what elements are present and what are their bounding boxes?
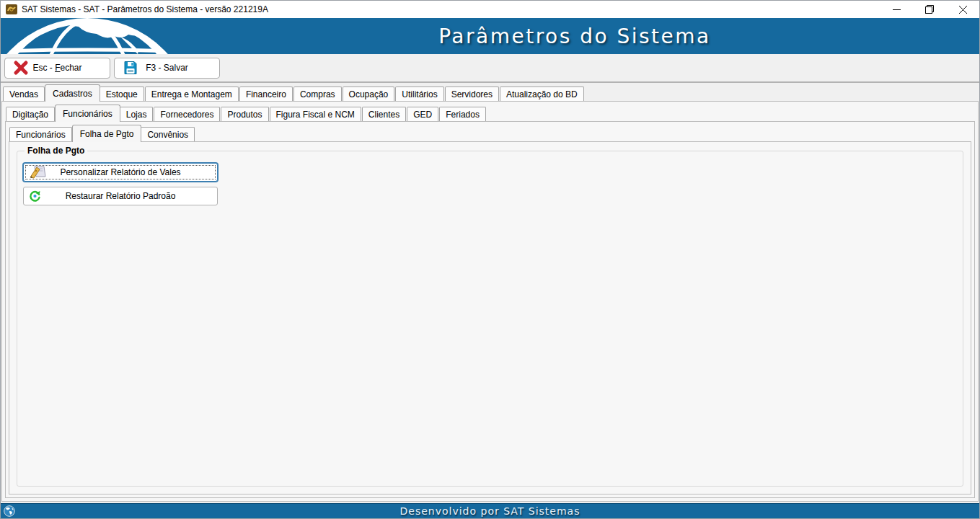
- window-controls: [880, 1, 979, 18]
- tab-page-cadastros: DigitaçãoFuncionáriosLojasFornecedoresPr…: [1, 101, 979, 502]
- app-header: Parâmetros do Sistema: [1, 18, 979, 54]
- restaurar-label: Restaurar Relatório Padroão: [66, 191, 176, 201]
- red-x-icon: [13, 60, 29, 76]
- close-button[interactable]: [946, 1, 979, 18]
- tab-fornecedores[interactable]: Fornecedores: [154, 107, 220, 121]
- window-title: SAT Sistemas - SAT - Parâmetros do Siste…: [22, 4, 268, 14]
- tab-lojas[interactable]: Lojas: [120, 107, 154, 121]
- app-window: SAT Sistemas - SAT - Parâmetros do Siste…: [0, 0, 980, 519]
- tab-page-funcionarios: FuncionáriosFolha de PgtoConvênios Folha…: [5, 121, 975, 498]
- tab-vendas[interactable]: Vendas: [3, 86, 45, 101]
- toolbar: Esc - Fechar F3 - Salvar: [1, 54, 979, 83]
- tab-funcionarios[interactable]: Funcionários: [55, 105, 120, 122]
- restaurar-relatorio-padrao-button[interactable]: Restaurar Relatório Padroão: [23, 187, 218, 205]
- tab-servidores[interactable]: Servidores: [445, 86, 499, 101]
- groupbox-folha-de-pgto: Folha de Pgto Personalizar Relatório de …: [17, 151, 963, 487]
- tab-cadastros[interactable]: Cadastros: [45, 84, 100, 102]
- tab-compras[interactable]: Compras: [293, 86, 342, 101]
- sat-app-icon: [6, 4, 17, 15]
- close-esc-button[interactable]: Esc - Fechar: [4, 58, 110, 79]
- tab-utilitarios[interactable]: Utilitários: [395, 86, 443, 101]
- minimize-button[interactable]: [880, 1, 913, 18]
- tab-figura-fiscal-e-ncm[interactable]: Figura Fiscal e NCM: [270, 107, 361, 121]
- restore-icon: [925, 5, 934, 14]
- tab-produtos[interactable]: Produtos: [221, 107, 268, 121]
- tab-financeiro[interactable]: Financeiro: [239, 86, 293, 101]
- groupbox-label: Folha de Pgto: [25, 146, 87, 156]
- restore-arrow-icon: [28, 190, 42, 203]
- tab-bar-level1: VendasCadastrosEstoqueEntrega e Montagem…: [1, 83, 979, 101]
- close-icon: [959, 6, 967, 14]
- pen-report-icon: [28, 165, 47, 179]
- titlebar: SAT Sistemas - SAT - Parâmetros do Siste…: [1, 1, 979, 18]
- floppy-disk-icon: [123, 61, 138, 76]
- tab-convenios[interactable]: Convênios: [141, 127, 195, 141]
- tab-entrega-e-montagem[interactable]: Entrega e Montagem: [145, 86, 239, 101]
- tab-bar-level3: FuncionáriosFolha de PgtoConvênios: [6, 122, 974, 141]
- save-f3-button[interactable]: F3 - Salvar: [114, 58, 220, 79]
- tab-feriados[interactable]: Feriados: [439, 107, 486, 121]
- statusbar: Desenvolvido por SAT Sistemas: [1, 503, 979, 518]
- tab-digitacao[interactable]: Digitação: [6, 107, 55, 121]
- tab-estoque[interactable]: Estoque: [100, 86, 144, 101]
- tab-atualizacao-do-bd[interactable]: Atualização do BD: [500, 86, 584, 101]
- globe-wireframe-logo: [1, 18, 170, 54]
- save-f3-label: F3 - Salvar: [146, 63, 188, 73]
- tab-bar-level2: DigitaçãoFuncionáriosLojasFornecedoresPr…: [2, 102, 978, 121]
- tab-folha-de-pgto[interactable]: Folha de Pgto: [72, 125, 142, 142]
- tab-page-folha-de-pgto: Folha de Pgto Personalizar Relatório de …: [9, 141, 971, 494]
- personalizar-relatorio-vales-button[interactable]: Personalizar Relatório de Vales: [23, 163, 218, 182]
- page-title: Parâmetros do Sistema: [170, 18, 979, 54]
- tab-ged[interactable]: GED: [407, 107, 438, 121]
- tab-clientes[interactable]: Clientes: [362, 107, 406, 121]
- tab-ocupacao[interactable]: Ocupação: [343, 86, 395, 101]
- statusbar-text: Desenvolvido por SAT Sistemas: [1, 505, 979, 517]
- minimize-icon: [893, 6, 901, 14]
- personalizar-label: Personalizar Relatório de Vales: [60, 167, 180, 177]
- tab-funcionarios[interactable]: Funcionários: [9, 127, 72, 141]
- close-esc-label: Esc - Fechar: [32, 63, 81, 73]
- restore-button[interactable]: [913, 1, 946, 18]
